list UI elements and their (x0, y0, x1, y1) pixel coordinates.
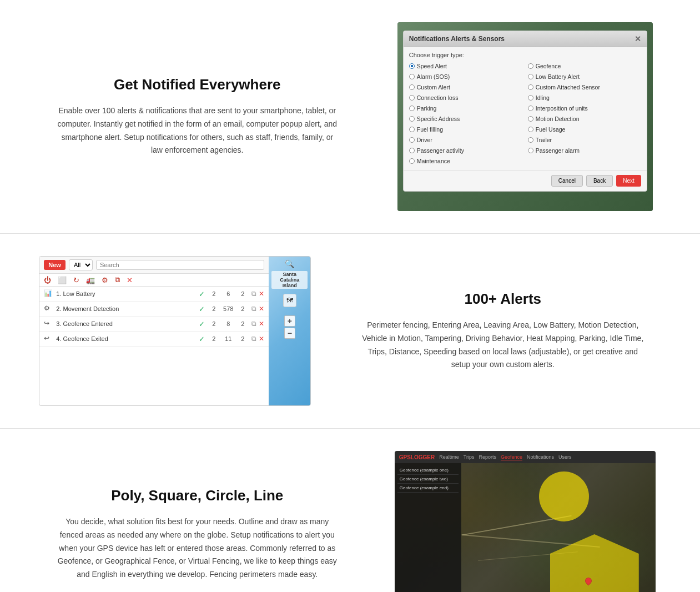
copy-action-icon[interactable]: ⧉ (251, 290, 256, 298)
back-button[interactable]: Back (586, 175, 613, 187)
option-geofence[interactable]: Geofence (528, 62, 641, 71)
radio-speed-alert[interactable] (409, 63, 415, 69)
geo-list-item-2[interactable]: Geofence (example two) (397, 475, 459, 484)
nav-realtime[interactable]: Realtime (439, 454, 459, 460)
nav-geofence[interactable]: Geofence (501, 454, 522, 460)
filter-select[interactable]: All (69, 259, 93, 270)
radio-interposition[interactable] (528, 106, 533, 111)
option-parking[interactable]: Parking (409, 104, 522, 113)
radio-idling[interactable] (528, 95, 533, 101)
option-label: Fuel filling (417, 126, 443, 133)
copy2-icon[interactable]: ⧉ (115, 275, 120, 284)
radio-maintenance[interactable] (409, 158, 415, 164)
settings-icon[interactable]: ⚙ (102, 276, 108, 284)
next-button[interactable]: Next (616, 175, 641, 187)
option-idling[interactable]: Idling (528, 93, 641, 102)
radio-trailer[interactable] (528, 137, 533, 143)
option-passenger-activity[interactable]: Passenger activity (409, 146, 522, 155)
option-motion-detection[interactable]: Motion Detection (528, 114, 641, 123)
refresh-icon[interactable]: ↻ (73, 276, 79, 284)
alert-name-2: 2. Movement Detection (56, 305, 195, 312)
option-maintenance[interactable]: Maintenance (409, 157, 522, 165)
option-label: Motion Detection (536, 116, 580, 122)
nav-notifications[interactable]: Notifications (527, 454, 554, 460)
cancel-button[interactable]: Cancel (551, 175, 583, 187)
active-check-2: ✓ (199, 305, 205, 313)
option-passenger-alarm[interactable]: Passenger alarm (528, 146, 641, 155)
geofence-body: You decide, what solution fits best for … (56, 515, 339, 581)
alerts-map-panel: 🔍 Santa CatalinaIsland 🗺 + − (269, 257, 310, 405)
alert-actions-1: ⧉ ✕ (251, 290, 264, 298)
option-custom-alert[interactable]: Custom Alert (409, 83, 522, 92)
radio-driver[interactable] (409, 137, 415, 143)
option-label: Trailer (536, 137, 552, 143)
option-label: Low Battery Alert (536, 73, 580, 80)
truck-icon[interactable]: 🚛 (86, 276, 95, 284)
option-alarm[interactable]: Alarm (SOS) (409, 72, 522, 81)
dialog-body: Choose trigger type: Speed Alert Geofenc… (404, 47, 647, 170)
alert-row-1[interactable]: 📊 1. Low Battery ✓ 2 6 2 ⧉ ✕ (39, 287, 269, 302)
option-interposition[interactable]: Interposition of units (528, 104, 641, 113)
radio-custom-alert[interactable] (409, 84, 415, 90)
nav-reports[interactable]: Reports (479, 454, 496, 460)
option-label: Maintenance (417, 158, 450, 164)
map-zoom-controls: + − (284, 315, 295, 339)
close-icon[interactable]: ✕ (634, 34, 641, 43)
geo-list-item-1[interactable]: Geofence (example one) (397, 466, 459, 475)
option-connection-loss[interactable]: Connection loss (409, 93, 522, 102)
delete-action-icon-3[interactable]: ✕ (259, 320, 264, 328)
option-speed-alert[interactable]: Speed Alert (409, 62, 522, 71)
option-trailer[interactable]: Trailer (528, 136, 641, 144)
radio-fuel-usage[interactable] (528, 127, 533, 132)
option-fuel-filling[interactable]: Fuel filling (409, 125, 522, 134)
option-low-battery[interactable]: Low Battery Alert (528, 72, 641, 81)
radio-passenger-activity[interactable] (409, 148, 415, 153)
delete-icon[interactable]: ✕ (127, 276, 133, 284)
delete-action-icon[interactable]: ✕ (259, 290, 264, 298)
map-layers-button[interactable]: 🗺 (283, 294, 296, 307)
radio-passenger-alarm[interactable] (528, 148, 533, 153)
radio-specific-address[interactable] (409, 116, 415, 122)
count3-4: 2 (237, 335, 248, 342)
geo-map-area: Geofence (example one) Geofence (example… (395, 463, 656, 592)
radio-parking[interactable] (409, 106, 415, 111)
zoom-out-button[interactable]: − (284, 328, 295, 339)
alert-row-4[interactable]: ↩ 4. Geofence Exited ✓ 2 11 2 ⧉ ✕ (39, 332, 269, 347)
option-label: Idling (536, 94, 550, 101)
option-fuel-usage[interactable]: Fuel Usage (528, 125, 641, 134)
alert-row-2[interactable]: ⚙ 2. Movement Detection ✓ 2 578 2 ⧉ ✕ (39, 302, 269, 317)
geofence-text: Poly, Square, Circle, Line You decide, w… (33, 476, 361, 592)
map-search-icon[interactable]: 🔍 (285, 259, 294, 268)
option-label: Geofence (536, 63, 561, 69)
alert-actions-4: ⧉ ✕ (251, 335, 264, 343)
option-label: Passenger alarm (536, 147, 580, 154)
nav-trips[interactable]: Trips (464, 454, 475, 460)
geo-list-item-3[interactable]: Geofence (example end) (397, 484, 459, 493)
delete-action-icon-4[interactable]: ✕ (259, 335, 264, 343)
radio-fuel-filling[interactable] (409, 127, 415, 132)
radio-alarm[interactable] (409, 74, 415, 79)
new-alert-button[interactable]: New (44, 260, 66, 270)
option-driver[interactable]: Driver (409, 136, 522, 144)
copy-action-icon-3[interactable]: ⧉ (251, 320, 256, 328)
radio-connection-loss[interactable] (409, 95, 415, 101)
radio-motion-detection[interactable] (528, 116, 533, 122)
search-input[interactable] (96, 260, 264, 270)
copy-action-icon-2[interactable]: ⧉ (251, 305, 256, 313)
delete-action-icon-2[interactable]: ✕ (259, 305, 264, 313)
alert-row-3[interactable]: ↪ 3. Geofence Entered ✓ 2 8 2 ⧉ ✕ (39, 317, 269, 332)
power-icon[interactable]: ⏻ (44, 276, 51, 284)
copy-icon[interactable]: ⬜ (58, 276, 67, 284)
option-label: Parking (417, 105, 437, 112)
option-custom-sensor[interactable]: Custom Attached Sensor (528, 83, 641, 92)
option-specific-address[interactable]: Specific Address (409, 114, 522, 123)
option-label: Speed Alert (417, 63, 447, 69)
copy-action-icon-4[interactable]: ⧉ (251, 335, 256, 343)
radio-custom-sensor[interactable] (528, 84, 533, 90)
zoom-in-button[interactable]: + (284, 315, 295, 327)
radio-low-battery[interactable] (528, 74, 533, 79)
alerts-text: 100+ Alerts Perimeter fencing, Entering … (339, 279, 667, 383)
radio-geofence[interactable] (528, 63, 533, 69)
count1-3: 2 (208, 320, 219, 327)
nav-users[interactable]: Users (558, 454, 572, 460)
